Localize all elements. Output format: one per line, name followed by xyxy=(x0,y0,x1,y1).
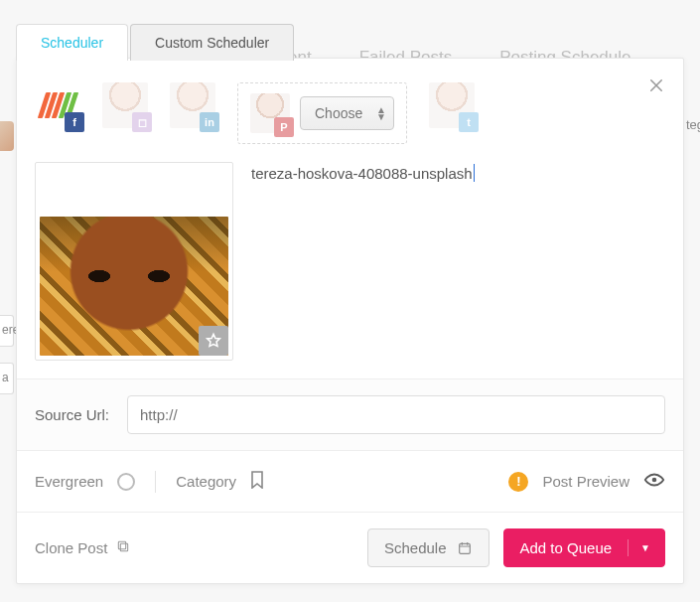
bg-avatar xyxy=(0,121,14,151)
actions-row: Clone Post Schedule Add to Queue ▼ xyxy=(17,512,683,583)
evergreen-label: Evergreen xyxy=(35,473,103,490)
button-split xyxy=(628,539,629,556)
post-preview-button[interactable] xyxy=(643,469,665,494)
account-brand-facebook[interactable]: f xyxy=(35,82,80,128)
pinterest-board-group: P Choose ▲▼ xyxy=(237,82,407,144)
bg-partial-text: a xyxy=(0,363,14,394)
source-url-row: Source Url: xyxy=(17,378,683,450)
favorite-star-button[interactable] xyxy=(199,326,228,356)
caption-text: tereza-hoskova-408088-unsplash xyxy=(251,165,473,182)
text-cursor xyxy=(474,164,475,182)
tab-custom-scheduler[interactable]: Custom Scheduler xyxy=(130,24,294,61)
calendar-icon xyxy=(457,540,473,556)
accounts-row: f ◻ in P Choose ▲▼ t xyxy=(17,59,683,154)
clone-label: Clone Post xyxy=(35,539,107,556)
add-to-queue-button[interactable]: Add to Queue ▼ xyxy=(503,528,665,567)
compose-content: tereza-hoskova-408088-unsplash xyxy=(17,154,683,378)
account-twitter[interactable]: t xyxy=(429,82,475,128)
copy-icon xyxy=(115,538,131,557)
divider xyxy=(155,471,156,493)
clone-post-button[interactable]: Clone Post xyxy=(35,538,131,557)
svg-rect-3 xyxy=(459,543,470,553)
evergreen-toggle[interactable] xyxy=(117,473,135,491)
source-url-label: Source Url: xyxy=(35,406,109,423)
twitter-badge-icon: t xyxy=(459,112,479,132)
board-select-wrap: Choose ▲▼ xyxy=(300,96,394,130)
account-linkedin[interactable]: in xyxy=(170,82,215,128)
scheduler-tabs: Scheduler Custom Scheduler xyxy=(16,24,294,61)
tab-scheduler[interactable]: Scheduler xyxy=(16,24,128,61)
source-url-input[interactable] xyxy=(127,395,665,434)
facebook-badge-icon: f xyxy=(65,112,84,132)
svg-point-0 xyxy=(652,478,657,483)
compose-modal: f ◻ in P Choose ▲▼ t xyxy=(16,58,684,584)
instagram-badge-icon: ◻ xyxy=(132,112,152,132)
options-row: Evergreen Category ! Post Preview xyxy=(17,450,683,512)
queue-dropdown-caret[interactable]: ▼ xyxy=(636,542,654,553)
bg-partial-text: ere xyxy=(0,315,14,347)
pinterest-badge-icon: P xyxy=(274,117,294,137)
account-pinterest[interactable]: P xyxy=(250,93,290,133)
category-label: Category xyxy=(176,473,236,490)
svg-rect-1 xyxy=(121,543,128,550)
caption-input[interactable]: tereza-hoskova-408088-unsplash xyxy=(251,162,665,363)
linkedin-badge-icon: in xyxy=(200,112,219,132)
image-thumbnail-card xyxy=(35,162,233,361)
schedule-label: Schedule xyxy=(384,539,447,556)
board-select[interactable]: Choose xyxy=(300,96,394,130)
category-picker[interactable] xyxy=(250,471,264,492)
queue-label: Add to Queue xyxy=(520,539,613,556)
close-icon[interactable] xyxy=(647,76,665,98)
account-instagram[interactable]: ◻ xyxy=(102,82,148,128)
schedule-button[interactable]: Schedule xyxy=(367,528,490,567)
bg-partial-right: teg xyxy=(686,117,700,137)
svg-rect-2 xyxy=(119,541,126,548)
warning-icon: ! xyxy=(508,472,528,492)
post-preview-label: Post Preview xyxy=(542,473,630,490)
